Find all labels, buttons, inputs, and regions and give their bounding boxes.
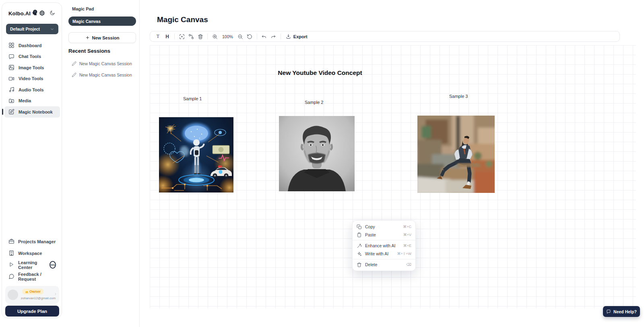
sidebar-item-magic-notebook[interactable]: Magic Notebook (4, 106, 60, 118)
heading-tool-button[interactable]: H (163, 32, 172, 41)
sidebar-item-label: Dashboard (19, 43, 41, 48)
sidebar-item-audio-tools[interactable]: Audio Tools (4, 84, 60, 95)
session-item-label: New Magic Canvas Session (79, 61, 132, 66)
copy-icon (357, 224, 362, 230)
play-icon (8, 262, 14, 268)
context-menu-copy[interactable]: Copy ⌘+C (353, 223, 415, 231)
session-item[interactable]: New Magic Canvas Session (72, 60, 136, 67)
zoom-out-button[interactable] (236, 32, 245, 41)
sidebar-item-video-tools[interactable]: Video Tools (4, 73, 60, 85)
undo-button[interactable] (260, 32, 269, 41)
sidebar-item-label: Chat Tools (19, 54, 41, 59)
sessions-panel: Magic Pad Magic Canvas New Session Recen… (62, 0, 140, 327)
sidebar-item-label: Learning Center (18, 260, 45, 270)
toolbar-divider (257, 33, 257, 39)
nav-magic-canvas-label: Magic Canvas (72, 19, 101, 24)
new-session-button[interactable]: New Session (68, 32, 136, 43)
need-help-button[interactable]: Need Help? (603, 306, 640, 317)
zoom-in-button[interactable] (210, 32, 219, 41)
zoom-out-icon (237, 34, 243, 39)
sidebar-item-chat-tools[interactable]: Chat Tools (4, 51, 60, 62)
sidebar-item-label: Feedback / Request (18, 272, 56, 281)
redo-button[interactable] (269, 32, 278, 41)
select-area-button[interactable] (177, 32, 186, 41)
context-menu-label: Write with AI (365, 251, 394, 256)
canvas-image-ruins[interactable] (417, 116, 495, 193)
undo-icon (261, 34, 267, 39)
sidebar-item-dashboard[interactable]: Dashboard (4, 40, 60, 51)
sample-label[interactable]: Sample 3 (449, 94, 468, 99)
connector-tool-button[interactable] (186, 32, 196, 41)
nav-magic-canvas[interactable]: Magic Canvas (68, 17, 136, 26)
sidebar-item-label: Workspace (18, 251, 42, 256)
scan-select-icon (179, 34, 185, 39)
session-item[interactable]: New Magic Canvas Session (72, 72, 136, 78)
context-menu-shortcut: ⌘+V (403, 233, 411, 237)
page-title: Magic Canvas (157, 15, 208, 24)
sidebar-item-projects-manager[interactable]: Projects Manager (4, 236, 60, 247)
context-menu-label: Paste (365, 232, 400, 237)
sidebar-item-label: Audio Tools (19, 87, 44, 92)
context-menu-label: Enhance with AI (365, 243, 400, 248)
context-menu: Copy ⌘+C Paste ⌘+V Enhance with AI ⌘+E W… (352, 220, 416, 271)
image-icon (8, 64, 14, 70)
canvas-heading[interactable]: New Youtube Video Concept (242, 69, 398, 77)
export-label: Export (293, 34, 308, 39)
pencil-icon (72, 61, 76, 66)
brand-name: Kolbo.AI (8, 10, 31, 17)
context-menu-write-with-ai[interactable]: Write with AI ⌘+⇧+W (353, 250, 415, 258)
nav-magic-pad[interactable]: Magic Pad (72, 6, 94, 11)
context-menu-delete[interactable]: Delete ⌫ (353, 261, 415, 269)
toolbar-divider (281, 33, 281, 39)
toolbar-divider (207, 33, 208, 39)
dark-mode-moon-icon[interactable] (49, 9, 56, 17)
upgrade-plan-button[interactable]: Upgrade Plan (5, 306, 59, 317)
crown-icon (25, 290, 29, 294)
context-menu-shortcut: ⌘+⇧+W (397, 252, 411, 256)
reset-view-button[interactable] (245, 32, 254, 41)
context-menu-enhance-with-ai[interactable]: Enhance with AI ⌘+E (353, 242, 415, 250)
sidebar-item-label: Projects Manager (18, 239, 56, 244)
rotate-reset-icon (247, 34, 252, 39)
toolbar-divider (174, 33, 175, 39)
sidebar-item-feedback[interactable]: Feedback / Request (4, 271, 60, 282)
project-selector[interactable]: Default Project (6, 24, 58, 34)
chevron-right-icon (54, 290, 57, 297)
context-menu-shortcut: ⌘+E (403, 244, 411, 248)
text-tool-button[interactable]: T (153, 32, 163, 41)
sample-label[interactable]: Sample 1 (183, 96, 202, 101)
project-selector-label: Default Project (10, 27, 50, 31)
sidebar-item-workspace[interactable]: Workspace (4, 247, 60, 259)
download-icon (286, 34, 291, 39)
sidebar-item-media[interactable]: Media (4, 95, 60, 107)
notebook-edit-icon (8, 109, 14, 115)
delete-tool-button[interactable] (196, 32, 205, 41)
sidebar-nav: Dashboard Chat Tools Image Tools Video T… (4, 40, 60, 118)
zoom-level: 100% (222, 34, 233, 39)
context-menu-label: Delete (365, 262, 403, 267)
heading-tool-glyph: H (165, 34, 169, 39)
new-session-label: New Session (92, 35, 120, 40)
context-menu-divider (353, 259, 415, 259)
sample-label[interactable]: Sample 2 (305, 100, 323, 105)
canvas-image-portrait[interactable] (279, 116, 355, 191)
app-window: Kolbo.AI Default Project Dashboard Chat … (0, 0, 644, 327)
sidebar-item-label: Image Tools (19, 65, 44, 70)
context-menu-paste[interactable]: Paste ⌘+V (353, 231, 415, 239)
chat-bubble-icon (606, 309, 611, 314)
sidebar-item-label: Video Tools (19, 76, 43, 81)
context-menu-label: Copy (365, 224, 400, 229)
feedback-bubble-icon (8, 273, 14, 279)
language-globe-icon[interactable] (38, 9, 45, 17)
redo-icon (270, 34, 276, 39)
connector-icon (188, 34, 194, 39)
export-button[interactable]: Export (283, 34, 310, 39)
canvas-image-ai-robot[interactable] (159, 117, 233, 192)
user-card[interactable]: Owner zoharvan12@gmail.com (5, 286, 59, 304)
briefcase-icon (8, 238, 14, 244)
sidebar-item-image-tools[interactable]: Image Tools (4, 62, 60, 73)
media-folder-icon (8, 98, 14, 104)
recent-sessions-heading: Recent Sessions (68, 48, 110, 54)
context-menu-divider (353, 240, 415, 240)
sidebar-item-learning-center[interactable]: Learning Center 66% (4, 259, 60, 271)
